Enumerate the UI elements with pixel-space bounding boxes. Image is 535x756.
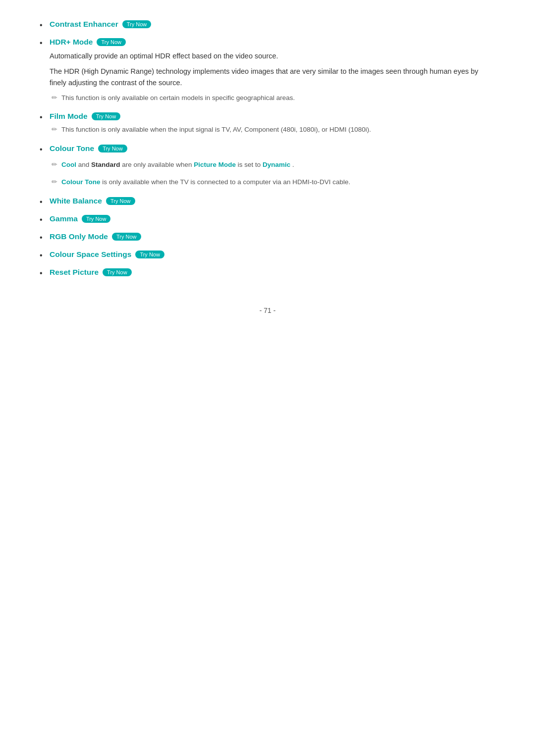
hdr-description-2: The HDR (High Dynamic Range) technology … xyxy=(50,66,495,89)
item-title-row-hdr: HDR+ Mode Try Now xyxy=(50,38,495,47)
item-title-gamma: Gamma xyxy=(50,214,78,223)
item-title-row-film: Film Mode Try Now xyxy=(50,112,495,121)
list-item-contrast-enhancer: Contrast Enhancer Try Now xyxy=(40,20,495,29)
item-title-row-white-balance: White Balance Try Now xyxy=(50,197,495,205)
page-footer: - 71 - xyxy=(40,306,495,314)
colour-tone-notes: ✏ Cool and Standard are only available w… xyxy=(50,156,495,188)
try-now-badge-white-balance[interactable]: Try Now xyxy=(106,197,135,205)
list-item-film-mode: Film Mode Try Now ✏ This function is onl… xyxy=(40,112,495,135)
hdr-note-text-1: This function is only available on certa… xyxy=(61,93,295,103)
try-now-badge-film[interactable]: Try Now xyxy=(92,112,121,120)
item-title-row-reset-picture: Reset Picture Try Now xyxy=(50,268,495,277)
pencil-icon-ct2: ✏ xyxy=(52,178,57,186)
standard-highlight: Standard xyxy=(91,161,120,168)
item-title-row-rgb: RGB Only Mode Try Now xyxy=(50,232,495,241)
item-title-rgb-only-mode: RGB Only Mode xyxy=(50,232,108,241)
item-title-row-gamma: Gamma Try Now xyxy=(50,214,495,223)
item-title-row: Contrast Enhancer Try Now xyxy=(50,20,495,29)
page-number: - 71 - xyxy=(260,306,276,314)
film-note-text-1: This function is only available when the… xyxy=(61,125,371,135)
try-now-badge-gamma[interactable]: Try Now xyxy=(82,215,111,223)
colour-tone-note-1: ✏ Cool and Standard are only available w… xyxy=(50,160,495,170)
are-only-text: are only available when xyxy=(122,161,194,168)
item-title-row-colour-tone: Colour Tone Try Now xyxy=(50,144,495,153)
try-now-badge-colour-tone[interactable]: Try Now xyxy=(98,145,127,152)
item-title-reset-picture: Reset Picture xyxy=(50,268,99,277)
hdr-note-1: ✏ This function is only available on cer… xyxy=(50,93,495,103)
item-title-row-colour-space: Colour Space Settings Try Now xyxy=(50,250,495,259)
item-title-colour-tone: Colour Tone xyxy=(50,144,94,153)
hdr-description-1: Automatically provide an optimal HDR eff… xyxy=(50,50,495,62)
list-item-colour-tone: Colour Tone Try Now ✏ Cool and Standard … xyxy=(40,144,495,188)
colour-tone-note-2: ✏ Colour Tone is only available when the… xyxy=(50,177,495,188)
cool-highlight: Cool xyxy=(61,161,76,168)
item-title-hdr-plus-mode: HDR+ Mode xyxy=(50,38,93,47)
list-item-reset-picture: Reset Picture Try Now xyxy=(40,268,495,277)
list-item-white-balance: White Balance Try Now xyxy=(40,197,495,205)
colour-tone-note-text-1: Cool and Standard are only available whe… xyxy=(61,160,294,170)
item-title-white-balance: White Balance xyxy=(50,197,102,205)
dynamic-highlight: Dynamic xyxy=(263,161,290,168)
list-item-gamma: Gamma Try Now xyxy=(40,214,495,223)
pencil-icon-film: ✏ xyxy=(52,125,57,133)
list-item-colour-space-settings: Colour Space Settings Try Now xyxy=(40,250,495,259)
period-1: . xyxy=(292,161,294,168)
colour-tone-highlight: Colour Tone xyxy=(61,178,101,186)
try-now-badge-rgb[interactable]: Try Now xyxy=(112,233,141,241)
item-title-contrast-enhancer: Contrast Enhancer xyxy=(50,20,118,29)
pencil-icon-ct1: ✏ xyxy=(52,160,57,168)
item-title-colour-space-settings: Colour Space Settings xyxy=(50,250,131,259)
main-list: Contrast Enhancer Try Now HDR+ Mode Try … xyxy=(40,20,495,277)
item-title-film-mode: Film Mode xyxy=(50,112,88,121)
list-item-rgb-only-mode: RGB Only Mode Try Now xyxy=(40,232,495,241)
film-note-1: ✏ This function is only available when t… xyxy=(50,125,495,135)
ct-rest-text: is only available when the TV is connect… xyxy=(102,178,350,186)
is-set-to-text: is set to xyxy=(238,161,263,168)
try-now-badge-hdr[interactable]: Try Now xyxy=(97,38,126,46)
pencil-icon: ✏ xyxy=(52,94,57,101)
try-now-badge-colour-space[interactable]: Try Now xyxy=(135,251,164,258)
colour-tone-note-text-2: Colour Tone is only available when the T… xyxy=(61,177,350,188)
page-content: Contrast Enhancer Try Now HDR+ Mode Try … xyxy=(40,20,495,314)
try-now-badge-reset-picture[interactable]: Try Now xyxy=(103,268,132,276)
picture-mode-highlight: Picture Mode xyxy=(194,161,236,168)
list-item-hdr-plus-mode: HDR+ Mode Try Now Automatically provide … xyxy=(40,38,495,103)
and-text: and xyxy=(78,161,91,168)
try-now-badge-contrast-enhancer[interactable]: Try Now xyxy=(122,20,152,28)
